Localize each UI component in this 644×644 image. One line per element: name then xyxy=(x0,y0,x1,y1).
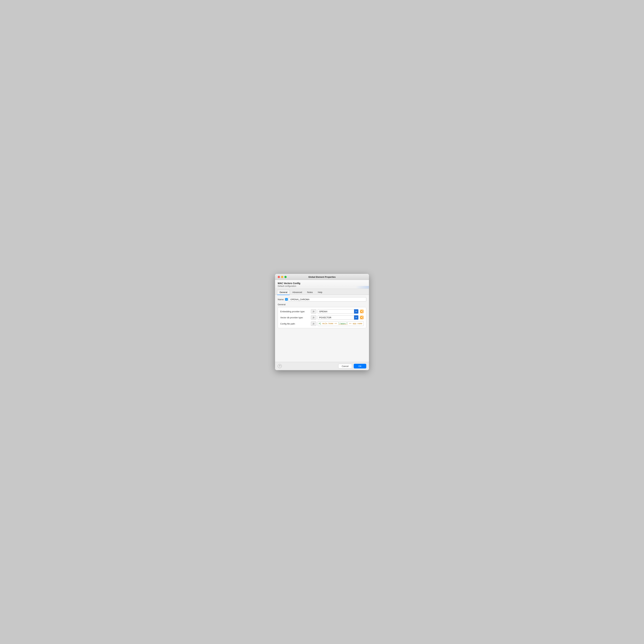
config-file-path-input[interactable]: #[ mule.home ++ "/apps/" ++ app.name ++ … xyxy=(318,321,364,326)
tab-general[interactable]: General xyxy=(277,290,290,295)
embedding-provider-swap-button[interactable]: 🔀 xyxy=(360,309,364,313)
vector-db-provider-fx-button[interactable]: fx xyxy=(311,315,316,320)
vector-db-provider-label: Vector db provider type: xyxy=(280,316,310,319)
tab-advanced[interactable]: Advanced xyxy=(290,290,305,295)
embedding-provider-select-wrapper: OPENAI xyxy=(318,309,358,314)
tab-help[interactable]: Help xyxy=(315,290,325,295)
dialog-window: Global Element Properties MAC Vectors Co… xyxy=(275,274,369,370)
bottom-buttons: Cancel OK xyxy=(338,364,366,368)
close-button[interactable] xyxy=(278,276,280,278)
tab-notes[interactable]: Notes xyxy=(305,290,315,295)
embedding-provider-select[interactable]: OPENAI xyxy=(318,309,358,314)
tabs-bar: General Advanced Notes Help xyxy=(275,289,369,295)
config-file-path-row: Config file path: fx #[ mule.home ++ "/a… xyxy=(280,321,364,326)
window-title: Global Element Properties xyxy=(308,276,336,278)
vector-db-provider-select[interactable]: PGVECTOR xyxy=(318,315,358,320)
name-input[interactable] xyxy=(289,297,366,302)
code-hash: #[ xyxy=(319,323,321,325)
traffic-lights xyxy=(278,276,287,278)
help-circle-button[interactable]: ? xyxy=(278,364,282,368)
title-bar: Global Element Properties xyxy=(275,274,369,280)
info-icon: i xyxy=(285,298,288,301)
config-file-path-label: Config file path: xyxy=(280,323,310,325)
vector-db-provider-row: Vector db provider type: fx PGVECTOR � xyxy=(280,315,364,320)
code-expression: #[ mule.home ++ "/apps/" ++ app.name ++ … xyxy=(319,323,364,325)
section-label: General xyxy=(278,303,366,306)
main-content: Name: i General Embedding provider type:… xyxy=(275,295,369,362)
vector-db-provider-select-wrapper: PGVECTOR xyxy=(318,315,358,320)
maximize-button[interactable] xyxy=(284,276,287,278)
ok-button[interactable]: OK xyxy=(354,364,366,368)
bottom-bar: ? Cancel OK xyxy=(275,362,369,370)
embedding-provider-fx-button[interactable]: fx xyxy=(311,309,316,314)
name-label: Name: xyxy=(278,298,284,301)
config-name: MAC Vectors Config xyxy=(278,282,366,285)
embedding-provider-row: Embedding provider type: fx OPENAI 🔀 xyxy=(280,309,364,314)
vector-db-provider-swap-button[interactable]: 🔀 xyxy=(360,315,364,319)
fields-container: Embedding provider type: fx OPENAI 🔀 xyxy=(278,307,366,328)
code-name: name xyxy=(357,323,362,325)
code-apps-string: "/apps/" xyxy=(338,323,348,325)
code-mule: mule xyxy=(321,323,327,325)
header-section: MAC Vectors Config Default configuration xyxy=(275,280,369,289)
embedding-provider-label: Embedding provider type: xyxy=(280,310,310,313)
minimize-button[interactable] xyxy=(281,276,283,278)
config-subtitle: Default configuration xyxy=(278,285,366,287)
code-app: app xyxy=(353,323,356,325)
name-row: Name: i xyxy=(278,297,366,302)
cancel-button[interactable]: Cancel xyxy=(338,364,352,368)
config-file-path-fx-button[interactable]: fx xyxy=(311,321,316,326)
code-home: home xyxy=(329,323,333,325)
